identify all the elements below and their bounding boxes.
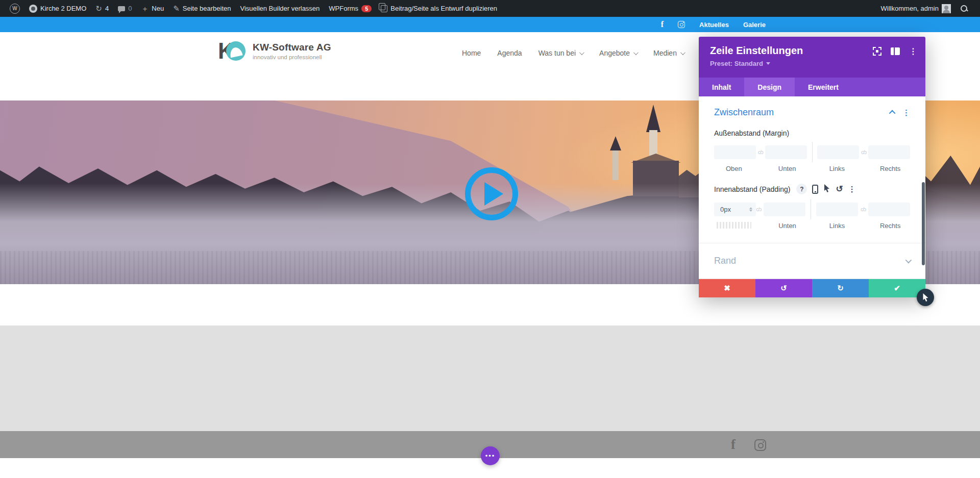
nav-item-medien[interactable]: Medien — [653, 49, 684, 57]
preset-caret-icon — [766, 62, 770, 65]
section-kebab-icon[interactable]: ⋮ — [902, 108, 910, 117]
padding-hover-icons: ? ↺ ⋮ — [796, 184, 855, 194]
hover-cursor-icon[interactable] — [823, 184, 830, 194]
duplicate-label: Beitrag/Seite als Entwurf duplizieren — [390, 5, 497, 12]
check-icon: ✔ — [894, 284, 900, 293]
wp-admin-bar: W Kirche 2 DEMO ↻ 4 0 ＋ Neu ✎ Seite bear… — [0, 0, 980, 17]
link-values-icon[interactable]: c/ɔ — [753, 207, 764, 212]
edit-page-label: Seite bearbeiten — [183, 5, 231, 12]
row-settings-panel: Zeile Einstellungen Preset: Standard ⋮ I… — [699, 37, 925, 297]
plus-icon: ＋ — [141, 5, 149, 12]
chevron-down-icon — [633, 50, 639, 55]
admin-bar-right: Willkommen, admin — [876, 0, 980, 17]
exit-visual-builder-menu[interactable]: Visuellen Builder verlassen — [235, 0, 324, 17]
field-kebab-icon[interactable]: ⋮ — [848, 185, 856, 193]
margin-top-input[interactable] — [714, 145, 756, 159]
my-account-menu[interactable]: Willkommen, admin — [876, 0, 955, 17]
focus-mode-icon[interactable] — [873, 47, 881, 56]
chevron-up-icon[interactable] — [889, 110, 896, 117]
nav-item-home[interactable]: Home — [462, 49, 481, 57]
nav-item-angebote[interactable]: Angebote — [599, 49, 637, 57]
play-icon — [484, 182, 503, 206]
updates-icon: ↻ — [95, 5, 102, 12]
section-toggle-zwischenraum[interactable]: Zwischenraum ⋮ — [714, 96, 910, 118]
wpforms-menu[interactable]: WPForms 5 — [324, 0, 376, 17]
avatar — [942, 4, 951, 13]
link-values-icon[interactable]: c/ɔ — [858, 207, 868, 212]
duplicate-post-menu[interactable]: Beitrag/Seite als Entwurf duplizieren — [376, 0, 502, 17]
nav-item-was-tun-bei[interactable]: Was tun bei — [538, 49, 583, 57]
section-toggle-rand[interactable]: Rand — [714, 243, 910, 279]
margin-left-input[interactable] — [817, 145, 859, 159]
chevron-down-icon[interactable] — [905, 257, 912, 264]
tab-inhalt[interactable]: Inhalt — [699, 78, 744, 96]
pencil-icon: ✎ — [173, 5, 180, 12]
padding-bottom-input[interactable] — [764, 203, 805, 216]
link-values-icon[interactable]: c/ɔ — [859, 149, 868, 155]
admin-bar-left: W Kirche 2 DEMO ↻ 4 0 ＋ Neu ✎ Seite bear… — [0, 0, 502, 17]
padding-left-input[interactable] — [816, 203, 858, 216]
site-logo[interactable]: K KW-Software AG innovativ und professio… — [218, 40, 331, 62]
site-name-menu[interactable]: Kirche 2 DEMO — [24, 0, 91, 17]
value-stepper[interactable] — [748, 203, 753, 216]
new-content-menu[interactable]: ＋ Neu — [136, 0, 168, 17]
updates-menu[interactable]: ↻ 4 — [91, 0, 113, 17]
footer-instagram-icon[interactable] — [754, 439, 766, 451]
site-name: Kirche 2 DEMO — [40, 5, 86, 12]
hover-state-stripes — [717, 222, 751, 229]
redo-button[interactable]: ↻ — [812, 279, 869, 297]
margin-fields-row: c/ɔ c/ɔ — [714, 142, 910, 162]
facebook-icon[interactable]: f — [661, 20, 664, 29]
padding-right-input[interactable] — [868, 203, 910, 216]
logo-title: KW-Software AG — [253, 42, 331, 53]
welcome-label: Willkommen, admin — [881, 5, 939, 12]
divider — [812, 142, 813, 162]
panel-scrollbar[interactable] — [922, 182, 925, 265]
padding-group-label: Innenabstand (Padding) ? ↺ ⋮ — [714, 184, 910, 194]
footer-facebook-icon[interactable]: f — [731, 437, 736, 452]
margin-bottom-input[interactable] — [765, 145, 807, 159]
logo-subtitle: innovativ und professionell — [253, 54, 331, 60]
video-play-button[interactable] — [465, 167, 518, 220]
margin-group-label: Außenabstand (Margin) — [714, 129, 910, 137]
new-label: Neu — [152, 5, 164, 12]
hero-small-tower — [612, 149, 619, 180]
instagram-icon[interactable] — [678, 21, 685, 28]
edit-page-menu[interactable]: ✎ Seite bearbeiten — [168, 0, 235, 17]
redo-icon: ↻ — [837, 284, 844, 293]
secondary-link-aktuelles[interactable]: Aktuelles — [699, 21, 729, 29]
link-values-icon[interactable]: c/ɔ — [756, 149, 765, 155]
secondary-link-galerie[interactable]: Galerie — [743, 21, 766, 29]
section-title-zwischenraum: Zwischenraum — [714, 107, 774, 118]
wp-logo-menu[interactable]: W — [5, 0, 24, 17]
close-icon: ✖ — [724, 284, 730, 293]
exit-builder-label: Visuellen Builder verlassen — [240, 5, 320, 12]
secondary-menu-bar: f Aktuelles Galerie — [0, 17, 980, 32]
comments-menu[interactable]: 0 — [113, 0, 136, 17]
split-view-icon[interactable] — [891, 47, 900, 55]
panel-tabs: Inhalt Design Erweitert — [699, 78, 925, 96]
tab-design[interactable]: Design — [744, 78, 795, 96]
admin-search[interactable] — [955, 0, 973, 17]
comments-count: 0 — [128, 5, 132, 12]
wpforms-label: WPForms — [329, 5, 358, 12]
chevron-down-icon — [680, 50, 685, 55]
divi-section-more-button[interactable]: ••• — [481, 446, 500, 465]
panel-options-kebab-icon[interactable]: ⋮ — [909, 47, 917, 56]
responsive-phone-icon[interactable] — [812, 185, 818, 194]
section-title-rand: Rand — [714, 256, 736, 266]
margin-right-input[interactable] — [868, 145, 910, 159]
panel-header[interactable]: Zeile Einstellungen Preset: Standard ⋮ — [699, 37, 925, 78]
preset-selector[interactable]: Preset: Standard — [710, 60, 915, 67]
help-icon[interactable]: ? — [796, 184, 807, 194]
duplicate-icon — [381, 5, 387, 12]
nav-item-agenda[interactable]: Agenda — [497, 49, 522, 57]
undo-button[interactable]: ↺ — [755, 279, 812, 297]
panel-drag-handle[interactable] — [917, 289, 934, 306]
wpforms-badge: 5 — [361, 5, 372, 12]
discard-button[interactable]: ✖ — [699, 279, 755, 297]
panel-body: Zwischenraum ⋮ Außenabstand (Margin) c/ɔ… — [699, 96, 925, 279]
tab-erweitert[interactable]: Erweitert — [795, 78, 852, 96]
comments-icon — [118, 6, 125, 11]
reset-icon[interactable]: ↺ — [836, 185, 843, 193]
